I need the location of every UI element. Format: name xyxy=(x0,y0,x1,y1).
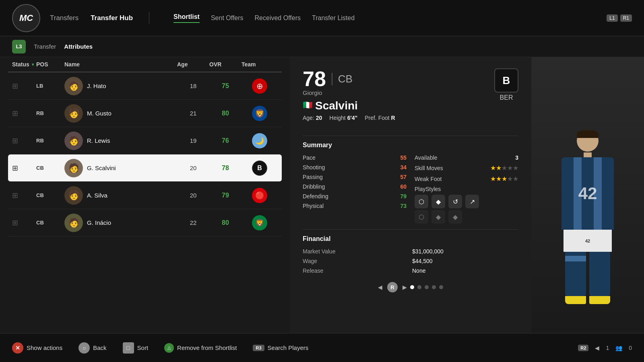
player-info: 🧑 G. Scalvini xyxy=(64,159,177,177)
sort-button[interactable]: □ Sort xyxy=(123,342,149,354)
player-row-selected[interactable]: ⊞ CB 🧑 G. Scalvini 20 78 B xyxy=(8,154,282,182)
age-val: 18 xyxy=(177,82,209,89)
nav-transfers[interactable]: Transfers xyxy=(50,14,78,22)
financial-title: Financial xyxy=(303,235,518,243)
main-content: Status ▼ POS Name Age OVR Team ⊞ LB 🧑 J.… xyxy=(0,57,644,333)
playstyle-icons-2: ⬡ ◆ ◆ xyxy=(415,210,462,224)
dot-5 xyxy=(439,285,443,289)
pos-badge: CB xyxy=(36,220,64,226)
ps-icon-2: ◆ xyxy=(431,195,445,208)
ovr-header-area: 78 CB xyxy=(303,68,395,89)
player-avatar: 🧑 xyxy=(64,159,83,177)
header: MC Transfers Transfer Hub Shortlist Sent… xyxy=(0,0,644,36)
stat-weak-foot: Weak Foot ★★★★★ xyxy=(415,175,518,183)
team-badge: 🌙 xyxy=(252,133,267,148)
player-row[interactable]: ⊞ LB 🧑 J. Hato 18 75 ⊕ xyxy=(8,72,282,100)
status-icon: ⊞ xyxy=(12,82,36,90)
stats-grid: Pace 55 Shooting 34 Passing 57 Dribbling… xyxy=(303,154,518,224)
figure-jersey: 42 xyxy=(561,157,614,230)
player-avatar: 🧑 xyxy=(64,77,83,95)
search-players-button[interactable]: R3 Search Players xyxy=(253,344,308,351)
player-list: Status ▼ POS Name Age OVR Team ⊞ LB 🧑 J.… xyxy=(0,57,290,333)
sub-tab-transfer[interactable]: Transfer xyxy=(34,43,56,50)
player-row[interactable]: ⊞ RB 🧑 R. Lewis 19 76 🌙 xyxy=(8,127,282,154)
l3-icon: L3 xyxy=(12,40,26,53)
ovr-val: 79 xyxy=(209,192,242,199)
ovr-large: 78 xyxy=(303,68,326,89)
detail-left: 78 CB Giorgio 🇮🇹 Scalvini Age: 20 Height… xyxy=(303,68,395,129)
figure-legs xyxy=(565,252,610,296)
r-indicator: R xyxy=(387,282,398,292)
detail-panel: 78 CB Giorgio 🇮🇹 Scalvini Age: 20 Height… xyxy=(290,57,531,333)
status-icon: ⊞ xyxy=(12,191,36,200)
boot-left xyxy=(565,296,586,304)
foot-label: Pref. Foot R xyxy=(365,115,395,121)
playstyle-icons: ⬡ ◆ ↺ ↗ xyxy=(415,195,479,208)
stat-defending: Defending 79 xyxy=(303,193,407,200)
ovr-val: 78 xyxy=(209,165,242,172)
ovr-val: 75 xyxy=(209,82,242,90)
col-team: Team xyxy=(242,61,278,68)
sub-tab-attributes[interactable]: Attributes xyxy=(64,43,93,50)
player-row[interactable]: ⊞ CB 🧑 A. Silva 20 79 🔴 xyxy=(8,182,282,209)
figure-neck xyxy=(584,152,592,157)
player-row[interactable]: ⊞ CB 🧑 G. Inácio 22 80 🦁 xyxy=(8,209,282,237)
tab-received-offers[interactable]: Received Offers xyxy=(255,14,301,22)
player-full-name: Scalvini xyxy=(315,99,358,112)
status-icon: ⊞ xyxy=(12,109,36,118)
stat-skill-moves: Skill Moves ★★★★★ xyxy=(415,164,518,172)
sq-button-icon: □ xyxy=(123,342,134,354)
player-name: J. Hato xyxy=(87,82,106,89)
weak-foot-stars: ★★★★★ xyxy=(490,175,518,183)
age-label: Age: 20 xyxy=(303,115,322,121)
pos-large: CB xyxy=(332,73,353,85)
x-button-icon: ✕ xyxy=(12,342,23,354)
sort-arrow-icon: ▼ xyxy=(31,62,35,67)
nav-links: Transfers Transfer Hub Shortlist Sent Of… xyxy=(50,12,355,24)
stat-shooting: Shooting 34 xyxy=(303,164,407,171)
tab-transfer-listed[interactable]: Transfer Listed xyxy=(312,14,355,22)
wage-val: $44,500 xyxy=(412,258,518,264)
bottom-right: R2 ◀ 1 👥 0 xyxy=(578,345,632,351)
available-val: 3 xyxy=(515,154,518,161)
player-row[interactable]: ⊞ RB 🧑 M. Gusto 21 80 🦁 xyxy=(8,100,282,127)
pos-badge: CB xyxy=(36,192,64,198)
stat-passing: Passing 57 xyxy=(303,174,407,180)
name-flag-row: 🇮🇹 Scalvini xyxy=(303,98,395,112)
r2-button: R2 xyxy=(578,345,588,351)
player-name: A. Silva xyxy=(87,192,107,199)
o-button-icon: ○ xyxy=(78,342,90,354)
back-button[interactable]: ○ Back xyxy=(78,342,106,354)
show-actions-button[interactable]: ✕ Show actions xyxy=(12,342,62,354)
r3-button-icon: R3 xyxy=(253,345,264,351)
group-icon: 👥 xyxy=(615,345,622,351)
right-stats: Available 3 Skill Moves ★★★★★ Weak Foot … xyxy=(415,154,518,224)
left-stats: Pace 55 Shooting 34 Passing 57 Dribbling… xyxy=(303,154,407,224)
remove-shortlist-button[interactable]: △ Remove from Shortlist xyxy=(164,343,237,353)
team-badge: ⊕ xyxy=(252,78,267,94)
counter-1: 1 xyxy=(606,345,609,351)
height-label: Height 6'4" xyxy=(329,115,357,121)
player-info: 🧑 M. Gusto xyxy=(64,104,177,123)
age-val: 22 xyxy=(177,219,209,226)
tab-sent-offers[interactable]: Sent Offers xyxy=(211,14,244,22)
player-figure: 42 42 xyxy=(531,130,644,304)
r1-button: R1 xyxy=(620,14,632,22)
col-status: Status ▼ xyxy=(12,61,36,68)
nav-transfer-hub[interactable]: Transfer Hub xyxy=(91,14,133,22)
stat-playstyles: PlayStyles ⬡ ◆ ↺ ↗ ⬡ ◆ ◆ xyxy=(415,186,518,224)
player-name-selected: G. Scalvini xyxy=(87,165,116,171)
age-val: 20 xyxy=(177,165,209,171)
nav-separator xyxy=(149,12,149,24)
search-players-label: Search Players xyxy=(268,344,309,351)
ovr-val: 80 xyxy=(209,110,242,117)
summary-title: Summary xyxy=(303,142,518,149)
player-avatar: 🧑 xyxy=(64,104,83,123)
dot-3 xyxy=(425,285,429,289)
team-badge: 🔴 xyxy=(252,188,267,203)
dots-left-arrow: ◀ xyxy=(378,284,382,290)
player-meta: Age: 20 Height 6'4" Pref. Foot R xyxy=(303,115,395,121)
tab-shortlist[interactable]: Shortlist xyxy=(173,13,200,23)
sub-header: L3 Transfer Attributes xyxy=(0,36,644,57)
pos-badge: RB xyxy=(36,110,64,116)
